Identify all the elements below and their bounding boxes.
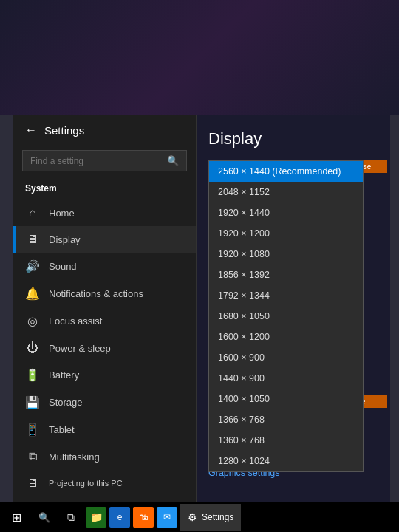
sound-icon: 🔊 xyxy=(25,259,40,273)
taskbar-search-icon[interactable]: 🔍 xyxy=(33,505,56,529)
resolution-option-4[interactable]: 1920 × 1080 xyxy=(209,244,363,265)
display-icon: 🖥 xyxy=(25,233,40,246)
focus-assist-icon: ◎ xyxy=(25,314,40,328)
search-icon: 🔍 xyxy=(167,155,179,166)
taskbar: ⊞ 🔍 ⧉ 📁 e 🛍 ✉ ⚙ Settings xyxy=(0,502,399,532)
nav-label-sound: Sound xyxy=(49,261,77,272)
nav-item-sound[interactable]: 🔊 Sound xyxy=(13,253,196,280)
main-content: Display 2560 × 1440 (Recommended) 2048 ×… xyxy=(197,115,390,514)
nav-item-battery[interactable]: 🔋 Battery xyxy=(13,361,196,389)
nav-label-battery: Battery xyxy=(49,369,79,381)
sidebar-header: ← Settings xyxy=(13,115,196,146)
resolution-option-5[interactable]: 1856 × 1392 xyxy=(209,265,363,285)
nav-item-focus-assist[interactable]: ◎ Focus assist xyxy=(13,307,196,335)
nav-item-power-sleep[interactable]: ⏻ Power & sleep xyxy=(13,335,196,361)
nav-item-notifications[interactable]: 🔔 Notifications & actions xyxy=(13,280,196,307)
resolution-option-9[interactable]: 1600 × 900 xyxy=(209,347,363,368)
resolution-option-0[interactable]: 2560 × 1440 (Recommended) xyxy=(209,161,363,182)
resolution-dropdown-list: 2560 × 1440 (Recommended) 2048 × 1152 19… xyxy=(208,160,364,472)
taskbar-mail-icon[interactable]: ✉ xyxy=(157,507,177,528)
resolution-option-1[interactable]: 2048 × 1152 xyxy=(209,182,363,202)
settings-taskbar-icon: ⚙ xyxy=(188,511,197,523)
battery-icon: 🔋 xyxy=(25,368,40,382)
page-title: Display xyxy=(208,129,378,149)
storage-icon: 💾 xyxy=(25,395,40,409)
taskbar-edge-icon[interactable]: e xyxy=(109,507,130,528)
resolution-option-6[interactable]: 1792 × 1344 xyxy=(209,285,363,306)
nav-label-focus-assist: Focus assist xyxy=(49,316,102,327)
resolution-option-13[interactable]: 1360 × 768 xyxy=(209,430,363,451)
nav-label-notifications: Notifications & actions xyxy=(49,288,143,299)
nav-item-display[interactable]: 🖥 Display xyxy=(13,226,196,253)
nav-label-power-sleep: Power & sleep xyxy=(49,343,111,354)
taskbar-store-icon[interactable]: 🛍 xyxy=(133,507,154,528)
nav-label-multitasking: Multitasking xyxy=(49,451,100,463)
sidebar: ← Settings 🔍 System ⌂ Home 🖥 Display 🔊 xyxy=(13,115,197,514)
nav-item-multitasking[interactable]: ⧉ Multitasking xyxy=(13,443,196,470)
settings-taskbar-label: Settings xyxy=(202,512,233,522)
resolution-option-10[interactable]: 1440 × 900 xyxy=(209,368,363,389)
nav-label-home: Home xyxy=(49,208,75,219)
system-section-label: System xyxy=(13,180,196,200)
taskbar-taskview-icon[interactable]: ⧉ xyxy=(59,505,83,529)
search-box[interactable]: 🔍 xyxy=(22,150,187,171)
resolution-option-11[interactable]: 1400 × 1050 xyxy=(209,389,363,409)
power-sleep-icon: ⏻ xyxy=(25,341,40,355)
resolution-option-8[interactable]: 1600 × 1200 xyxy=(209,327,363,347)
start-button[interactable]: ⊞ xyxy=(3,504,30,531)
nav-label-display: Display xyxy=(49,234,81,245)
resolution-option-12[interactable]: 1366 × 768 xyxy=(209,409,363,430)
resolution-option-3[interactable]: 1920 × 1200 xyxy=(209,223,363,244)
settings-window: ← Settings 🔍 System ⌂ Home 🖥 Display 🔊 xyxy=(13,115,390,514)
nav-label-projecting: Projecting to this PC xyxy=(49,479,123,488)
nav-item-projecting[interactable]: 🖥 Projecting to this PC xyxy=(13,470,196,497)
nav-item-tablet[interactable]: 📱 Tablet xyxy=(13,416,196,443)
home-icon: ⌂ xyxy=(25,206,40,219)
nav-label-tablet: Tablet xyxy=(49,424,75,435)
resolution-option-2[interactable]: 1920 × 1440 xyxy=(209,202,363,223)
settings-window-title: Settings xyxy=(44,124,84,137)
projecting-icon: 🖥 xyxy=(25,477,40,490)
nav-item-home[interactable]: ⌂ Home xyxy=(13,200,196,226)
taskbar-file-explorer[interactable]: 📁 xyxy=(86,507,106,528)
back-button[interactable]: ← xyxy=(25,123,37,137)
nav-item-storage[interactable]: 💾 Storage xyxy=(13,389,196,416)
wallpaper-bg xyxy=(0,0,399,115)
nav-label-storage: Storage xyxy=(49,397,83,408)
search-input[interactable] xyxy=(30,156,161,166)
multitasking-icon: ⧉ xyxy=(25,450,40,463)
resolution-option-14[interactable]: 1280 × 1024 xyxy=(209,451,363,471)
settings-taskbar-button[interactable]: ⚙ Settings xyxy=(180,504,241,531)
notifications-icon: 🔔 xyxy=(25,287,40,301)
screen: ← Settings 🔍 System ⌂ Home 🖥 Display 🔊 xyxy=(0,0,399,532)
resolution-option-7[interactable]: 1680 × 1050 xyxy=(209,306,363,327)
tablet-icon: 📱 xyxy=(25,423,40,437)
